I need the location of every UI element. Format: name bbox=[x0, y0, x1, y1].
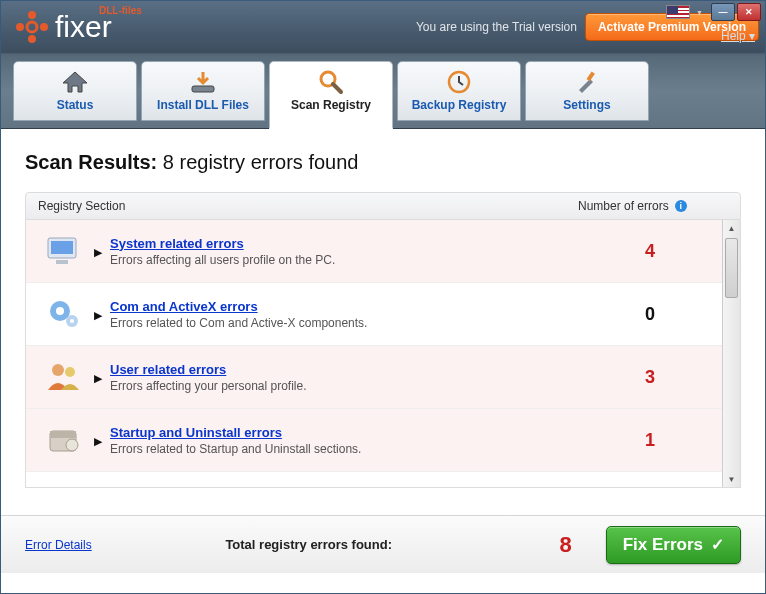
row-count: 3 bbox=[590, 367, 710, 388]
help-link[interactable]: Help ▾ bbox=[721, 29, 755, 43]
row-desc: Errors affecting all users profile on th… bbox=[110, 253, 590, 267]
result-row: ▶ Startup and Uninstall errors Errors re… bbox=[26, 409, 722, 472]
clock-icon bbox=[446, 68, 472, 96]
tab-label: Status bbox=[57, 98, 94, 112]
logo-icon bbox=[15, 10, 49, 44]
svg-point-18 bbox=[52, 364, 64, 376]
svg-point-15 bbox=[56, 307, 64, 315]
row-link[interactable]: Com and ActiveX errors bbox=[110, 299, 590, 314]
app-header: fixer DLL-files You are using the Trial … bbox=[1, 1, 765, 53]
tab-bar: Status Install DLL Files Scan Registry B… bbox=[1, 53, 765, 129]
language-flag-icon[interactable] bbox=[666, 5, 690, 19]
language-dropdown-icon[interactable]: ▼ bbox=[696, 9, 703, 16]
row-count: 0 bbox=[590, 304, 710, 325]
svg-rect-10 bbox=[586, 72, 594, 82]
columns-header: Registry Section Number of errors i bbox=[25, 192, 741, 220]
row-desc: Errors related to Com and Active-X compo… bbox=[110, 316, 590, 330]
row-desc: Errors related to Startup and Uninstall … bbox=[110, 442, 590, 456]
tab-status[interactable]: Status bbox=[13, 61, 137, 121]
gear-icon bbox=[40, 293, 88, 335]
trial-message: You are using the Trial version bbox=[112, 20, 577, 34]
total-value: 8 bbox=[526, 532, 606, 558]
results-title-bold: Scan Results: bbox=[25, 151, 157, 173]
svg-rect-6 bbox=[192, 86, 214, 92]
error-details-link[interactable]: Error Details bbox=[25, 538, 92, 552]
app-logo: fixer DLL-files bbox=[15, 10, 112, 44]
expand-icon[interactable]: ▶ bbox=[94, 370, 102, 385]
svg-line-8 bbox=[333, 84, 341, 92]
app-window: fixer DLL-files You are using the Trial … bbox=[0, 0, 766, 594]
svg-point-19 bbox=[65, 367, 75, 377]
col-errors: Number of errors bbox=[578, 199, 669, 213]
content-area: Scan Results: 8 registry errors found Re… bbox=[1, 129, 765, 515]
col-section: Registry Section bbox=[38, 199, 578, 213]
svg-point-3 bbox=[16, 23, 24, 31]
results-list: ▶ System related errors Errors affecting… bbox=[26, 220, 722, 487]
scroll-thumb[interactable] bbox=[725, 238, 738, 298]
minimize-button[interactable]: — bbox=[711, 3, 735, 21]
logo-subtext: DLL-files bbox=[99, 5, 142, 16]
tab-scan-registry[interactable]: Scan Registry bbox=[269, 61, 393, 129]
row-desc: Errors affecting your personal profile. bbox=[110, 379, 590, 393]
expand-icon[interactable]: ▶ bbox=[94, 307, 102, 322]
user-icon bbox=[40, 356, 88, 398]
svg-marker-5 bbox=[63, 72, 87, 92]
total-label: Total registry errors found: bbox=[92, 537, 526, 552]
tab-backup-registry[interactable]: Backup Registry bbox=[397, 61, 521, 121]
svg-rect-13 bbox=[56, 260, 68, 264]
tools-icon bbox=[574, 68, 600, 96]
tab-label: Settings bbox=[563, 98, 610, 112]
tab-settings[interactable]: Settings bbox=[525, 61, 649, 121]
expand-icon[interactable]: ▶ bbox=[94, 244, 102, 259]
result-row: ▶ User related errors Errors affecting y… bbox=[26, 346, 722, 409]
scroll-up-icon[interactable]: ▲ bbox=[723, 220, 740, 236]
svg-point-0 bbox=[27, 22, 37, 32]
row-link[interactable]: System related errors bbox=[110, 236, 590, 251]
window-controls: ▼ — ✕ bbox=[666, 3, 761, 21]
results-title: Scan Results: 8 registry errors found bbox=[25, 151, 741, 174]
footer-bar: Error Details Total registry errors foun… bbox=[1, 515, 765, 573]
svg-point-17 bbox=[70, 319, 74, 323]
results-list-wrap: ▶ System related errors Errors affecting… bbox=[25, 220, 741, 488]
tab-label: Scan Registry bbox=[291, 98, 371, 112]
system-icon bbox=[40, 230, 88, 272]
fix-errors-button[interactable]: Fix Errors ✓ bbox=[606, 526, 741, 564]
row-link[interactable]: User related errors bbox=[110, 362, 590, 377]
tab-label: Backup Registry bbox=[412, 98, 507, 112]
home-icon bbox=[60, 68, 90, 96]
svg-rect-12 bbox=[51, 241, 73, 254]
tab-label: Install DLL Files bbox=[157, 98, 249, 112]
result-row: ▶ System related errors Errors affecting… bbox=[26, 220, 722, 283]
svg-point-22 bbox=[66, 439, 78, 451]
fix-button-label: Fix Errors bbox=[623, 535, 703, 555]
svg-point-2 bbox=[28, 35, 36, 43]
results-title-rest: 8 registry errors found bbox=[163, 151, 359, 173]
row-count: 4 bbox=[590, 241, 710, 262]
check-icon: ✓ bbox=[711, 535, 724, 554]
svg-point-4 bbox=[40, 23, 48, 31]
help-link-label: Help bbox=[721, 29, 746, 43]
svg-point-1 bbox=[28, 11, 36, 19]
row-count: 1 bbox=[590, 430, 710, 451]
result-row: ▶ Com and ActiveX errors Errors related … bbox=[26, 283, 722, 346]
scroll-down-icon[interactable]: ▼ bbox=[723, 471, 740, 487]
download-icon bbox=[189, 68, 217, 96]
close-button[interactable]: ✕ bbox=[737, 3, 761, 21]
search-icon bbox=[318, 68, 344, 96]
tab-install-dll[interactable]: Install DLL Files bbox=[141, 61, 265, 121]
logo-text: fixer bbox=[55, 12, 112, 42]
info-icon[interactable]: i bbox=[675, 200, 687, 212]
svg-rect-21 bbox=[50, 431, 76, 438]
expand-icon[interactable]: ▶ bbox=[94, 433, 102, 448]
row-link[interactable]: Startup and Uninstall errors bbox=[110, 425, 590, 440]
scrollbar[interactable]: ▲ ▼ bbox=[722, 220, 740, 487]
package-icon bbox=[40, 419, 88, 461]
